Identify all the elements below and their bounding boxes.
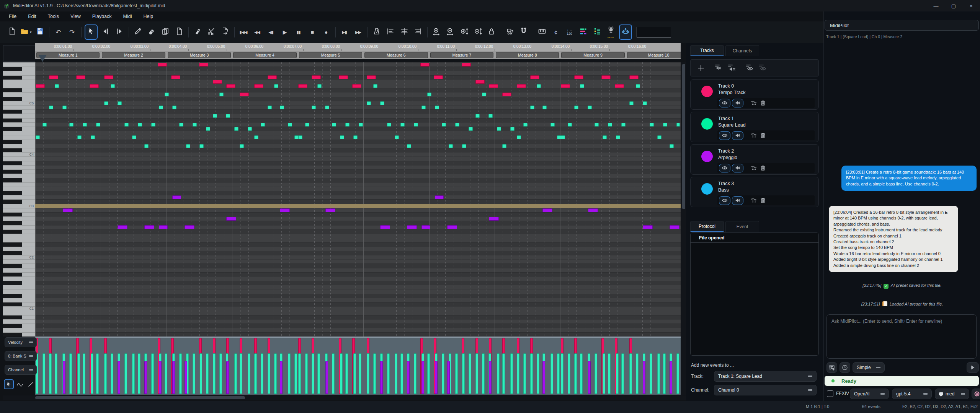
midi-note[interactable]	[298, 135, 302, 139]
eraser-tool-button[interactable]	[146, 25, 157, 39]
piano-key[interactable]	[3, 324, 35, 328]
track-audible-button[interactable]	[732, 164, 743, 172]
new-file-button[interactable]	[6, 25, 18, 39]
track-select-dropdown[interactable]: Track 1: Square Lead	[714, 371, 817, 382]
velocity-bar[interactable]	[219, 353, 222, 394]
midi-note[interactable]	[226, 114, 230, 118]
midi-note[interactable]	[325, 208, 335, 212]
black-key[interactable]	[3, 242, 22, 246]
horizontal-scrollbar-thumb[interactable]	[35, 396, 245, 399]
play-button[interactable]: ▶	[279, 25, 291, 39]
piano-key[interactable]	[3, 140, 35, 144]
velocity-bar[interactable]	[373, 353, 376, 394]
velocity-bar[interactable]	[629, 353, 632, 394]
velocity-bar[interactable]	[63, 361, 65, 394]
midi-note[interactable]	[104, 101, 108, 105]
piano-key[interactable]	[3, 328, 35, 332]
track-card[interactable]: Track 2Arpeggio	[690, 144, 819, 175]
midi-note[interactable]	[542, 208, 552, 212]
piano-key[interactable]	[3, 131, 35, 135]
track-audible-button[interactable]	[732, 131, 743, 140]
menu-file[interactable]: File	[3, 12, 22, 21]
midi-note[interactable]	[83, 123, 87, 127]
redo-button[interactable]: ↷	[66, 25, 78, 39]
provider-dropdown[interactable]: OpenAI	[850, 389, 889, 399]
controller-dropdown[interactable]: 0: Bank S	[5, 351, 37, 361]
piano-key[interactable]	[3, 144, 35, 148]
piano-key[interactable]	[3, 247, 35, 251]
velocity-bar[interactable]	[248, 353, 250, 394]
black-key[interactable]	[3, 333, 22, 337]
midi-note[interactable]	[497, 127, 501, 131]
midi-note[interactable]	[226, 217, 236, 221]
midi-note[interactable]	[199, 144, 204, 148]
velocity-lane[interactable]	[35, 337, 681, 395]
magnet-button[interactable]	[518, 25, 529, 39]
mute-all-tracks-button[interactable]	[725, 62, 738, 75]
velocity-bar[interactable]	[42, 353, 45, 394]
midi-note[interactable]	[603, 135, 607, 139]
midi-note[interactable]	[359, 123, 363, 127]
track-rename-button[interactable]	[749, 99, 758, 107]
ffxiv-checkbox[interactable]	[827, 390, 833, 397]
velocity-bar[interactable]	[91, 353, 93, 394]
midi-note[interactable]	[616, 135, 620, 139]
midi-note[interactable]	[240, 144, 244, 148]
time-ruler[interactable]: 0:00:01.000:00:02.000:00:03.000:00:04.00…	[35, 43, 681, 51]
velocity-bar[interactable]	[172, 361, 175, 394]
track-delete-button[interactable]	[758, 197, 768, 205]
piano-key[interactable]	[3, 169, 35, 174]
black-key[interactable]	[3, 191, 22, 195]
menu-midi[interactable]: Midi	[118, 12, 138, 21]
midi-note[interactable]	[657, 135, 662, 139]
midi-note[interactable]	[621, 123, 626, 127]
piano-key[interactable]	[3, 109, 35, 114]
skip-to-start-button[interactable]: ▮◀◀	[238, 25, 249, 39]
velocity-bar[interactable]	[387, 353, 390, 394]
black-key[interactable]	[3, 88, 22, 92]
midi-note[interactable]	[36, 135, 40, 139]
midi-note[interactable]	[76, 75, 85, 79]
midi-note[interactable]	[601, 75, 611, 79]
midi-note[interactable]	[670, 144, 674, 148]
midi-note[interactable]	[373, 84, 377, 88]
minimize-button[interactable]: —	[927, 0, 945, 11]
velocity-bar[interactable]	[435, 361, 438, 394]
velocity-bar[interactable]	[557, 353, 560, 394]
midi-note[interactable]	[580, 84, 584, 88]
midi-note[interactable]	[588, 208, 598, 212]
menu-help[interactable]: Help	[137, 12, 159, 21]
copy-button[interactable]	[160, 25, 171, 39]
midi-note[interactable]	[124, 123, 129, 127]
mode-dropdown[interactable]: Simple	[853, 362, 885, 373]
midi-note[interactable]	[462, 144, 466, 148]
velocity-bar[interactable]	[427, 353, 430, 394]
piano-key[interactable]	[3, 298, 35, 302]
piano-key[interactable]	[3, 84, 35, 88]
measure-chip[interactable]: Measure 6	[364, 52, 428, 58]
midi-note[interactable]	[62, 106, 67, 109]
velocity-bar[interactable]	[298, 353, 301, 394]
midi-note[interactable]	[434, 75, 443, 79]
track-card[interactable]: Track 0Tempo Track	[690, 79, 819, 110]
velocity-bar[interactable]	[96, 353, 99, 394]
midi-note[interactable]	[574, 106, 578, 109]
model-dropdown[interactable]: gpt-5.4	[892, 389, 932, 399]
lock-screen-button[interactable]	[486, 25, 497, 39]
velocity-bar[interactable]	[657, 353, 660, 394]
velocity-bar[interactable]	[49, 353, 52, 394]
black-key[interactable]	[3, 213, 22, 216]
midi-note[interactable]	[407, 225, 417, 229]
midi-note[interactable]	[298, 84, 307, 88]
midi-note[interactable]	[387, 123, 391, 127]
piano-key[interactable]	[3, 234, 35, 238]
midi-note[interactable]	[49, 75, 58, 79]
track-card[interactable]: Track 3Bass	[690, 177, 819, 207]
velocity-bar[interactable]	[510, 353, 513, 394]
midi-note[interactable]	[248, 127, 252, 131]
piano-key[interactable]	[3, 294, 35, 298]
midi-note[interactable]	[213, 80, 222, 84]
velocity-bar[interactable]	[288, 353, 291, 394]
piano-key[interactable]	[3, 238, 35, 242]
black-key[interactable]	[3, 273, 22, 276]
